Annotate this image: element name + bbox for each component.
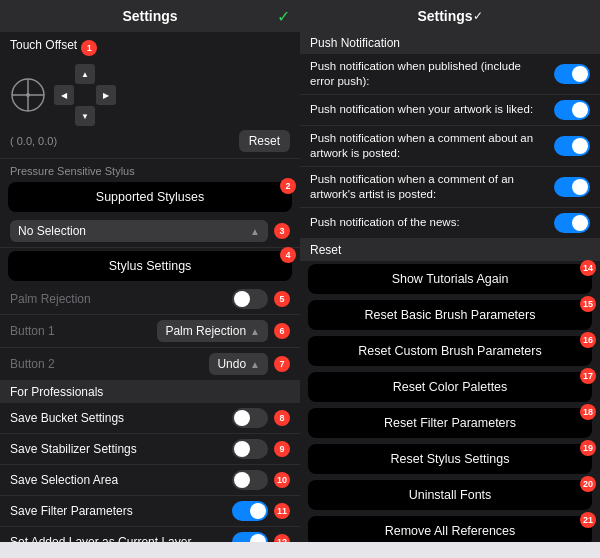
prof-item-2: Save Selection Area 10 (0, 465, 300, 496)
prof-label-0: Save Bucket Settings (10, 411, 232, 425)
push-label-1: Push notification when your artwork is l… (310, 102, 546, 117)
button1-selector-wrapper: Palm Rejection ▲ (157, 320, 268, 342)
reset-btn-3[interactable]: Reset Color Palettes (308, 372, 592, 402)
push-label-3: Push notification when a comment of an a… (310, 172, 546, 202)
push-label-4: Push notification of the news: (310, 215, 546, 230)
palm-rejection-row: Palm Rejection 5 (0, 284, 300, 315)
button1-label: Button 1 (10, 324, 157, 338)
reset-btn-wrapper-5: Reset Stylus Settings 19 (308, 444, 592, 474)
up-btn[interactable]: ▲ (75, 64, 95, 84)
no-selection-arrow: ▲ (250, 226, 260, 237)
right-panel-header: Settings ✓ (300, 0, 600, 32)
reset-btn-2[interactable]: Reset Custom Brush Parameters (308, 336, 592, 366)
badge-5: 5 (274, 291, 290, 307)
crosshair-area: ▲ ◀ ▶ ▼ (10, 64, 290, 126)
touch-offset-section: Touch Offset 1 ▲ (0, 32, 300, 159)
touch-offset-title: Touch Offset (10, 38, 77, 52)
prof-toggle-4[interactable] (232, 532, 268, 542)
badge-9: 9 (274, 441, 290, 457)
stylus-settings-btn[interactable]: Stylus Settings (8, 251, 292, 281)
button2-btn[interactable]: Undo ▲ (209, 353, 268, 375)
button2-selector-wrapper: Undo ▲ (209, 353, 268, 375)
prof-toggle-1[interactable] (232, 439, 268, 459)
right-checkmark-icon[interactable]: ✓ (473, 9, 483, 23)
prof-label-1: Save Stabilizer Settings (10, 442, 232, 456)
svg-point-3 (26, 93, 30, 97)
prof-item-4: Set Added Layer as Current Layer 12 (0, 527, 300, 542)
push-notif-item-1: Push notification when your artwork is l… (300, 95, 600, 126)
crosshair-icon (10, 77, 46, 113)
prof-label-4: Set Added Layer as Current Layer (10, 535, 232, 542)
push-notif-item-0: Push notification when published (includ… (300, 54, 600, 95)
reset-btn-1[interactable]: Reset Basic Brush Parameters (308, 300, 592, 330)
push-notif-item-3: Push notification when a comment of an a… (300, 167, 600, 208)
right-panel-title: Settings (417, 8, 472, 24)
reset-btn-6[interactable]: Uninstall Fonts (308, 480, 592, 510)
prof-item-3: Save Filter Parameters 11 (0, 496, 300, 527)
badge-14: 14 (580, 260, 596, 276)
reset-btn-wrapper-3: Reset Color Palettes 17 (308, 372, 592, 402)
badge-11: 11 (274, 503, 290, 519)
push-toggle-3[interactable] (554, 177, 590, 197)
right-scroll[interactable]: Push Notification Push notification when… (300, 32, 600, 542)
supported-styluses-wrapper: Supported Styluses 2 (8, 182, 292, 212)
reset-btn-wrapper-4: Reset Filter Parameters 18 (308, 408, 592, 438)
badge-3: 3 (274, 223, 290, 239)
badge-20: 20 (580, 476, 596, 492)
push-toggle-2[interactable] (554, 136, 590, 156)
no-selection-row: No Selection ▲ 3 (0, 215, 300, 248)
push-notif-item-2: Push notification when a comment about a… (300, 126, 600, 167)
prof-toggle-3[interactable] (232, 501, 268, 521)
prof-toggle-2[interactable] (232, 470, 268, 490)
prof-item-0: Save Bucket Settings 8 (0, 403, 300, 434)
badge-12: 12 (274, 534, 290, 542)
right-panel: Settings ✓ Push Notification Push notifi… (300, 0, 600, 542)
reset-buttons: Show Tutorials Again 14 Reset Basic Brus… (300, 261, 600, 542)
badge-18: 18 (580, 404, 596, 420)
for-professionals-divider: For Professionals (0, 381, 300, 403)
button1-btn[interactable]: Palm Rejection ▲ (157, 320, 268, 342)
down-btn[interactable]: ▼ (75, 106, 95, 126)
prof-toggle-0[interactable] (232, 408, 268, 428)
push-toggle-1[interactable] (554, 100, 590, 120)
reset-btn-wrapper-0: Show Tutorials Again 14 (308, 264, 592, 294)
badge-10: 10 (274, 472, 290, 488)
button1-row: Button 1 Palm Rejection ▲ 6 (0, 315, 300, 348)
reset-btn-0[interactable]: Show Tutorials Again (308, 264, 592, 294)
left-panel-header: Settings ✓ (0, 0, 300, 32)
prof-item-1: Save Stabilizer Settings 9 (0, 434, 300, 465)
badge-17: 17 (580, 368, 596, 384)
push-toggle-0[interactable] (554, 64, 590, 84)
reset-btn-5[interactable]: Reset Stylus Settings (308, 444, 592, 474)
badge-1: 1 (81, 40, 97, 56)
push-notif-divider: Push Notification (300, 32, 600, 54)
left-panel-title: Settings (122, 8, 177, 24)
no-selection-wrapper: No Selection ▲ (10, 220, 268, 242)
right-btn[interactable]: ▶ (96, 85, 116, 105)
button1-arrow: ▲ (250, 326, 260, 337)
reset-btn-4[interactable]: Reset Filter Parameters (308, 408, 592, 438)
reset-divider: Reset (300, 239, 600, 261)
badge-21: 21 (580, 512, 596, 528)
palm-rejection-label: Palm Rejection (10, 292, 232, 306)
pressure-section-label: Pressure Sensitive Stylus (0, 159, 300, 179)
professionals-items: Save Bucket Settings 8 Save Stabilizer S… (0, 403, 300, 542)
push-label-2: Push notification when a comment about a… (310, 131, 546, 161)
push-toggle-4[interactable] (554, 213, 590, 233)
reset-btn-wrapper-2: Reset Custom Brush Parameters 16 (308, 336, 592, 366)
push-label-0: Push notification when published (includ… (310, 59, 546, 89)
supported-styluses-btn[interactable]: Supported Styluses (8, 182, 292, 212)
no-selection-btn[interactable]: No Selection ▲ (10, 220, 268, 242)
palm-rejection-toggle[interactable] (232, 289, 268, 309)
reset-btn-7[interactable]: Remove All References (308, 516, 592, 542)
direction-pad: ▲ ◀ ▶ ▼ (54, 64, 116, 126)
left-btn[interactable]: ◀ (54, 85, 74, 105)
badge-6: 6 (274, 323, 290, 339)
prof-label-3: Save Filter Parameters (10, 504, 232, 518)
reset-btn-wrapper-7: Remove All References 21 (308, 516, 592, 542)
left-checkmark-icon[interactable]: ✓ (277, 7, 290, 26)
badge-7: 7 (274, 356, 290, 372)
left-scroll[interactable]: Touch Offset 1 ▲ (0, 32, 300, 542)
touch-reset-btn[interactable]: Reset (239, 130, 290, 152)
badge-4: 4 (280, 247, 296, 263)
